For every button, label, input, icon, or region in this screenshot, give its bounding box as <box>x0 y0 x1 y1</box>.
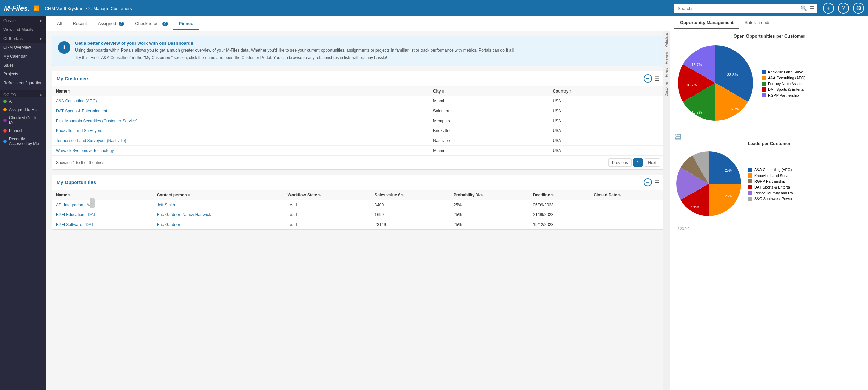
customer-name-link[interactable]: Warwick Systems & Technology <box>56 148 114 153</box>
side-meta-panel: Metadata Preview Filters Customer <box>663 31 670 390</box>
col-name[interactable]: Name <box>52 86 429 96</box>
col-country[interactable]: Country <box>549 86 664 96</box>
version-text: 2.23.9.0 <box>674 226 864 232</box>
table-row: Tennessee Land Surveyors (Nashville) Nas… <box>52 136 664 146</box>
table-row: BPM Software - DAT Eric Gardner Lead 231… <box>52 220 664 230</box>
customers-menu-button[interactable]: ☰ <box>655 75 659 82</box>
customer-name-cell: Knoxville Land Surveyors <box>52 126 429 136</box>
tab-checked-out[interactable]: Checked out 0 <box>129 17 173 30</box>
opp-col-contact[interactable]: Contact person <box>153 190 284 200</box>
info-icon: i <box>58 41 70 54</box>
chart1-container: 33.3% 16.7% 16.7% 16.7% 16.7% Knoxville … <box>674 42 864 125</box>
sidebar-item-crm-overview[interactable]: CRM Overview <box>0 43 46 52</box>
opp-name-link[interactable]: API Integration - AAC <box>56 203 95 207</box>
opportunities-menu-button[interactable]: ☰ <box>655 179 659 186</box>
customer-name-link[interactable]: Tennessee Land Surveyors (Nashville) <box>56 138 126 143</box>
chart2-legend-item-2: Knoxville Land Surve <box>748 173 793 178</box>
opp-col-name[interactable]: Name <box>52 190 153 200</box>
prev-button[interactable]: Previous <box>608 158 632 167</box>
checked-out-label: Checked Out to Me <box>9 115 43 125</box>
customer-city-cell: Knoxville <box>429 126 549 136</box>
opp-name-cell: BPM Software - DAT <box>52 220 153 230</box>
opp-col-workflow[interactable]: Workflow State <box>284 190 371 200</box>
opp-name-cell: BPM Education - DAT <box>52 210 153 220</box>
meta-filters[interactable]: Filters <box>664 66 669 79</box>
app-body: Create ▼ View and Modify CtrlPortals ▼ C… <box>0 16 868 390</box>
opp-closed-cell <box>589 210 664 220</box>
customer-city-cell: Memphis <box>429 116 549 126</box>
chart2-legend-item-4: DAT Sports & Enterta <box>748 185 793 189</box>
opp-col-sales[interactable]: Sales value € <box>370 190 449 200</box>
sidebar-item-projects[interactable]: Projects <box>0 70 46 79</box>
app-logo: M-Files. 📶 <box>4 4 39 12</box>
main-body: i Get a better overview of your work wit… <box>46 31 670 390</box>
pinned-label: Pinned <box>9 128 22 133</box>
page-1-button[interactable]: 1 <box>633 158 643 167</box>
refresh-button[interactable]: 🔄 <box>674 132 864 141</box>
meta-customer[interactable]: Customer <box>664 80 669 98</box>
customer-name-link[interactable]: Knoxville Land Surveyors <box>56 128 102 133</box>
opp-name-link[interactable]: BPM Software - DAT <box>56 222 94 227</box>
tab-all[interactable]: All <box>52 17 67 30</box>
sidebar-item-recently-accessed[interactable]: Recently Accessed by Me <box>0 135 46 148</box>
tab-opportunity-mgmt[interactable]: Opportunity Management <box>674 16 739 29</box>
search-input[interactable] <box>678 6 798 11</box>
sidebar-item-sales[interactable]: Sales <box>0 61 46 70</box>
chart1-title: Open Opportunities per Customer <box>674 33 864 39</box>
crm-overview-label: CRM Overview <box>3 45 31 50</box>
legend-item-5: RGPP Partnership <box>762 93 805 97</box>
add-button[interactable]: + <box>823 3 834 14</box>
table-row: Knoxville Land Surveyors Knoxville USA <box>52 126 664 136</box>
sidebar-item-refresh[interactable]: Refresh configuration <box>0 79 46 87</box>
opp-col-deadline[interactable]: Deadline <box>529 190 589 200</box>
tab-recent[interactable]: Recent <box>67 17 92 30</box>
sidebar-view-modify-header[interactable]: View and Modify <box>0 25 46 34</box>
customer-name-link[interactable]: DAT Sports & Entertainment <box>56 109 107 113</box>
svg-text:8.33%: 8.33% <box>691 206 699 209</box>
help-button[interactable]: ? <box>838 3 849 14</box>
opp-contact-link[interactable]: Eric Gardner; Nancy Hartwick <box>157 212 211 217</box>
opp-name-link[interactable]: BPM Education - DAT <box>56 212 96 217</box>
user-avatar[interactable]: KB <box>853 3 864 14</box>
chart2-legend-label-4: DAT Sports & Enterta <box>754 185 790 189</box>
my-customers-title: My Customers <box>57 76 89 81</box>
opp-contact-cell: Jeff Smith <box>153 200 284 210</box>
sidebar-item-all[interactable]: All <box>0 97 46 106</box>
opp-col-closed[interactable]: Closed Date <box>589 190 664 200</box>
opp-col-prob[interactable]: Probability % <box>450 190 529 200</box>
opp-contact-cell: Eric Gardner; Nancy Hartwick <box>153 210 284 220</box>
table-row: BPM Education - DAT Eric Gardner; Nancy … <box>52 210 664 220</box>
customer-country-cell: USA <box>549 106 664 116</box>
sidebar-item-checked-out-to-me[interactable]: Checked Out to Me <box>0 114 46 127</box>
tab-assigned[interactable]: Assigned 2 <box>93 17 130 30</box>
opp-contact-cell: Eric Gardner <box>153 220 284 230</box>
chart2-legend-item-3: RGPP Partnership <box>748 179 793 183</box>
meta-preview[interactable]: Preview <box>664 50 669 66</box>
chart1-legend: Knoxville Land Surve A&A Consulting (AEC… <box>762 70 805 97</box>
tab-sales-trends[interactable]: Sales Trends <box>739 16 776 29</box>
sidebar-item-pinned[interactable]: Pinned <box>0 127 46 135</box>
add-customer-button[interactable]: + <box>644 74 652 83</box>
customer-name-link[interactable]: A&A Consulting (AEC) <box>56 99 97 103</box>
customer-country-cell: USA <box>549 146 664 156</box>
next-button[interactable]: Next <box>644 158 660 167</box>
sidebar-ctrlportals-header[interactable]: CtrlPortals ▼ <box>0 34 46 43</box>
tab-pinned[interactable]: Pinned <box>173 17 199 30</box>
opp-contact-link[interactable]: Jeff Smith <box>157 203 175 207</box>
customer-name-cell: First Mountain Securities (Customer Serv… <box>52 116 429 126</box>
create-label[interactable]: Create <box>3 18 16 23</box>
my-opportunities-header: My Opportunities + ☰ <box>52 175 664 190</box>
col-city[interactable]: City <box>429 86 549 96</box>
chart2-legend-label-3: RGPP Partnership <box>754 179 785 183</box>
sidebar-collapse-button[interactable]: ‹ <box>90 198 95 208</box>
search-bar[interactable]: 🔍 ☰ <box>674 4 817 13</box>
add-opportunity-button[interactable]: + <box>644 178 652 186</box>
right-panel-body: Open Opportunities per Customer <box>670 29 868 390</box>
svg-text:33.3%: 33.3% <box>727 73 738 77</box>
meta-metadata[interactable]: Metadata <box>664 31 669 50</box>
pagination-controls: Previous 1 Next <box>608 158 660 167</box>
opp-contact-link[interactable]: Eric Gardner <box>157 222 180 227</box>
sidebar-item-assigned-to-me[interactable]: Assigned to Me <box>0 106 46 114</box>
sidebar-item-my-calendar[interactable]: My Calendar <box>0 52 46 61</box>
customer-name-link[interactable]: First Mountain Securities (Customer Serv… <box>56 119 138 123</box>
